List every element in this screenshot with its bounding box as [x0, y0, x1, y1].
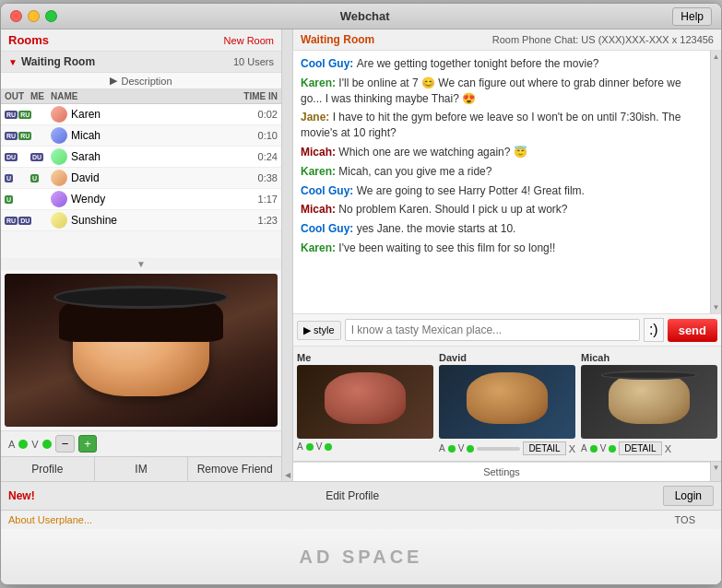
- list-item[interactable]: RU RU Micah 0:10: [1, 125, 281, 147]
- chat-header: Waiting Room Room Phone Chat: US (XXX)XX…: [293, 29, 721, 51]
- minimize-button[interactable]: [28, 10, 40, 22]
- detail-button-micah[interactable]: DETAIL: [619, 441, 661, 455]
- me-badge: U: [30, 174, 39, 182]
- rooms-title: Rooms: [8, 33, 49, 47]
- waiting-room-row[interactable]: ▼ Waiting Room 10 Users: [1, 52, 281, 73]
- video-user-david: David A V DETAIL X: [439, 352, 575, 455]
- detail-button-david[interactable]: DETAIL: [523, 441, 565, 455]
- msg-author: Micah:: [301, 203, 338, 216]
- chat-message: Karen: Micah, can you give me a ride?: [301, 164, 703, 180]
- chat-message: Karen: I'll be online at 7 😊 We can figu…: [301, 76, 703, 107]
- msg-author: Karen:: [301, 241, 338, 254]
- msg-author: Cool Guy:: [301, 57, 357, 70]
- settings-tab[interactable]: Settings: [293, 462, 710, 481]
- phone-chat-info: Room Phone Chat: US (XXX)XXX-XXX x 12345…: [374, 34, 714, 45]
- left-bottom-tabs: Profile IM Remove Friend: [1, 456, 281, 481]
- avatar: [51, 127, 67, 144]
- left-scroll-handle[interactable]: ◀: [282, 29, 293, 481]
- collapse-icon: ▼: [8, 57, 18, 67]
- video-user-name: Me: [297, 352, 433, 363]
- face-david: [467, 372, 549, 424]
- avatar: [51, 106, 67, 123]
- user-list: RU RU Karen 0:02 RU RU Micah: [1, 104, 281, 258]
- help-button[interactable]: Help: [672, 7, 712, 26]
- about-link[interactable]: About Userplane...: [1, 511, 100, 529]
- send-button[interactable]: send: [668, 319, 717, 342]
- avatar: [51, 191, 67, 207]
- avatar: [51, 212, 67, 229]
- msg-text: Are we getting together tonight before t…: [357, 57, 599, 70]
- msg-author: Cool Guy:: [301, 222, 357, 235]
- description-row[interactable]: ▶ Description: [1, 73, 281, 89]
- list-item[interactable]: RU DU Sunshine 1:23: [1, 210, 281, 231]
- plus-button[interactable]: +: [78, 435, 97, 453]
- style-arrow-icon: ▶: [303, 324, 311, 335]
- tab-im[interactable]: IM: [95, 457, 189, 481]
- chat-messages: Cool Guy: Are we getting together tonigh…: [293, 51, 710, 309]
- chat-room-title: Waiting Room: [301, 33, 374, 46]
- edit-profile-button[interactable]: Edit Profile: [42, 489, 663, 502]
- footer: New! Edit Profile Login About Userplane.…: [1, 481, 721, 584]
- msg-text: We are going to see Harry Potter 4! Grea…: [357, 184, 585, 197]
- minus-button[interactable]: −: [55, 435, 76, 453]
- close-button-micah[interactable]: X: [665, 443, 671, 454]
- style-button[interactable]: ▶ style: [297, 321, 341, 340]
- close-button[interactable]: [10, 10, 22, 22]
- avatar: [51, 148, 67, 165]
- tab-remove-friend[interactable]: Remove Friend: [188, 457, 281, 481]
- main-video-area: [5, 274, 278, 428]
- description-label: Description: [121, 76, 172, 87]
- desc-arrow-icon: ▶: [110, 75, 117, 87]
- waiting-room-label: Waiting Room: [21, 55, 233, 68]
- close-button-david[interactable]: X: [569, 443, 575, 454]
- user-name: Karen: [67, 108, 241, 121]
- col-time-label: TIME IN: [241, 91, 278, 101]
- volume-slider-david[interactable]: [477, 447, 520, 451]
- badge-du: DU: [18, 217, 31, 225]
- video-dot-david: [467, 445, 474, 453]
- msg-author: Cool Guy:: [301, 184, 357, 197]
- video-dot-me: [325, 443, 332, 451]
- scroll-down-icon[interactable]: ▼: [1, 258, 281, 270]
- user-name: Micah: [67, 129, 241, 142]
- user-name: Sarah: [67, 150, 241, 163]
- msg-text: I'll be online at 7 😊 We can figure out …: [301, 76, 681, 105]
- chat-message: Cool Guy: We are going to see Harry Pott…: [301, 183, 703, 199]
- list-item[interactable]: U U David 0:38: [1, 168, 281, 189]
- chat-message: Karen: I've been waiting to see this fil…: [301, 241, 703, 256]
- chat-scrollbar[interactable]: ▲ ▼: [710, 51, 721, 313]
- list-item[interactable]: U Wendy 1:17: [1, 189, 281, 210]
- video-user-name: David: [439, 352, 575, 363]
- scroll-up-icon: ▲: [713, 51, 720, 61]
- login-button[interactable]: Login: [663, 486, 714, 506]
- new-room-button[interactable]: New Room: [224, 35, 274, 46]
- user-name: Wendy: [67, 193, 241, 206]
- user-time: 0:38: [241, 172, 278, 183]
- footer-top: New! Edit Profile Login: [1, 482, 721, 511]
- video-label-david: V: [458, 443, 465, 453]
- left-panel: Rooms New Room ▼ Waiting Room 10 Users ▶…: [1, 29, 282, 481]
- footer-bottom-row: About Userplane... TOS: [1, 511, 721, 529]
- chat-input[interactable]: [345, 319, 640, 341]
- badge-u: U: [5, 195, 13, 204]
- tos-link[interactable]: TOS: [668, 511, 703, 529]
- msg-author: Karen:: [301, 76, 338, 89]
- video-thumb-me: [297, 365, 433, 439]
- user-name: David: [67, 171, 241, 184]
- tab-profile[interactable]: Profile: [1, 457, 95, 481]
- video-label-me: V: [316, 441, 323, 452]
- maximize-button[interactable]: [45, 10, 57, 22]
- audio-dot-micah: [590, 445, 598, 453]
- scroll-left-icon: ◀: [285, 471, 290, 479]
- audio-dot-david: [448, 445, 456, 453]
- badge-ru: RU: [5, 111, 18, 119]
- msg-text: I have to hit the gym before we leave so…: [301, 111, 681, 139]
- emoji-button[interactable]: :): [644, 318, 664, 342]
- msg-text: Which one are we watching again? 😇: [338, 146, 527, 159]
- col-me-label: ME: [30, 91, 51, 101]
- msg-author: Karen:: [301, 165, 338, 178]
- list-item[interactable]: DU DU Sarah 0:24: [1, 147, 281, 168]
- right-scroll-bottom-arrow[interactable]: ▼: [710, 462, 721, 481]
- list-item[interactable]: RU RU Karen 0:02: [1, 104, 281, 125]
- video-feed: [5, 274, 278, 428]
